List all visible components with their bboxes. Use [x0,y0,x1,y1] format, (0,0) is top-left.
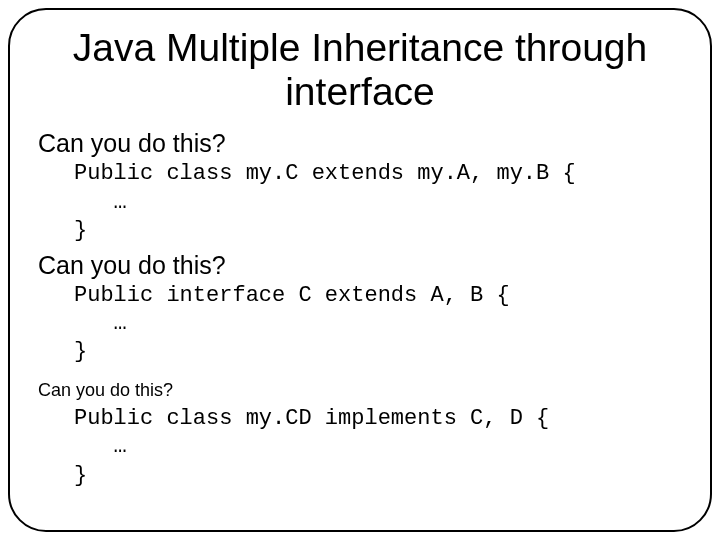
code-block-3: Public class my.CD implements C, D { … } [38,405,682,489]
question-2: Can you do this? [38,251,682,280]
code-block-2: Public interface C extends A, B { … } [38,282,682,366]
question-3: Can you do this? [38,380,682,401]
slide-title: Java Multiple Inheritance through interf… [38,26,682,113]
code-block-1: Public class my.C extends my.A, my.B { …… [38,160,682,244]
slide-frame: Java Multiple Inheritance through interf… [8,8,712,532]
question-1: Can you do this? [38,129,682,158]
